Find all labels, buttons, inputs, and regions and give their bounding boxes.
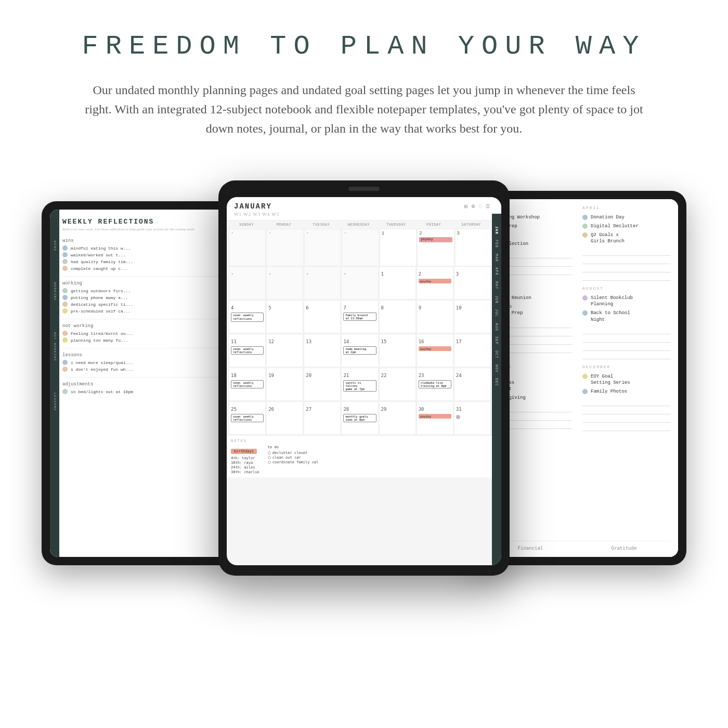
wins-text-1: mindful eating this w... [71, 246, 131, 251]
tab-jul[interactable]: JUL [493, 307, 500, 319]
cal-event-payday-3: payday [419, 414, 451, 419]
wins-text-2: walked/worked out t... [71, 253, 126, 257]
tab-feb[interactable]: FEB [493, 238, 500, 250]
adjustments-dot-1 [62, 389, 68, 394]
tablets-area: WINS WORKING NOT WORKING LESSONS WEEKLY … [42, 170, 686, 586]
april-dot-3 [582, 232, 588, 238]
tablet-camera [348, 187, 380, 191]
day-header-mon: MONDAY [265, 223, 303, 227]
calendar-week-nums: W1 W2 W3 W4 W5 [234, 212, 490, 217]
birthday-2: 10th: raya [231, 461, 259, 465]
table-row: 23 clubmake livetraining at 8pm [417, 368, 453, 401]
table-row: 16 payday [417, 334, 453, 367]
cal-grid-rows: • • • • 1 [229, 229, 492, 266]
cal-more-icon[interactable]: ☰ [486, 204, 490, 209]
todo-3: coordinate family cal [268, 460, 319, 464]
day-header-sun: SUNDAY [228, 223, 265, 227]
cal-event-payday: payday [419, 237, 452, 242]
cal-event-team-meeting: team meetingat 2pm [343, 346, 376, 355]
bottom-labels: Financial Gratitude [484, 541, 671, 551]
wr-lessons-section: lessons i need more sleep/qual... i don'… [62, 353, 218, 372]
page-wrapper: FREEDOM TO PLAN YOUR WAY Our undated mon… [0, 0, 728, 607]
tab-aug[interactable]: AUG [493, 321, 500, 333]
wr-working-section: working getting outdoors firs... putting… [62, 281, 218, 314]
tab-sep[interactable]: SEP [493, 334, 500, 347]
working-text-2: putting phone away a... [71, 295, 128, 300]
wr-adjustments-label: adjustments [62, 382, 218, 387]
tab-dec[interactable]: DEC [493, 376, 500, 388]
todo-1: declutter closet [268, 451, 319, 455]
april-dot-1 [582, 215, 588, 220]
lessons-dot-2 [62, 367, 68, 372]
mg-grid: MARCH Painting Workshop Meal-Prep [484, 205, 671, 432]
list-item: Digital Declutter [582, 223, 671, 229]
cal-grid-icon[interactable]: ⊞ [464, 204, 468, 209]
table-row: 26 [266, 401, 303, 435]
todo-text-2: clean out car [272, 456, 301, 460]
mg-line [582, 414, 671, 423]
table-row: 22 [379, 368, 416, 401]
lessons-text-1: i need more sleep/qual... [71, 360, 133, 365]
notworking-dot-1 [62, 331, 68, 336]
tablet-left-inner: WINS WORKING NOT WORKING LESSONS WEEKLY … [50, 210, 226, 557]
tab-mar[interactable]: MAR [493, 252, 500, 264]
table-row: 21 saints vs falconsgame at 7pm [341, 368, 378, 401]
table-row: 17 [454, 334, 491, 367]
cal-event-zoom-2: zoom: weeklyreflections [231, 346, 264, 355]
tab-oct[interactable]: OCT [493, 348, 500, 361]
day-header-fri: FRIDAY [415, 223, 452, 227]
tab-may[interactable]: MAY [493, 279, 500, 292]
notes-label: NOTES [231, 439, 490, 443]
day-header-thu: THURSDAY [378, 223, 415, 227]
birthday-4: 30th: charlie [231, 470, 259, 474]
wr-wins-section: wins mindful eating this w... walked/wor… [62, 238, 218, 271]
working-dot-3 [62, 302, 68, 307]
table-row: 3 [455, 229, 492, 266]
calendar-notes: NOTES birthdays 4th: taylor 10th: raya 2… [227, 435, 501, 477]
table-row: 2 payday [417, 266, 453, 300]
april-item-1: Donation Day [591, 214, 625, 220]
sidebar-working-label: WORKING [53, 282, 57, 301]
december-column: DECEMBER EOY GoalSetting Series Family P… [582, 365, 671, 431]
table-row: 14 team meetingat 2pm [341, 334, 378, 367]
list-item: Family Photos [582, 388, 671, 395]
tab-jun[interactable]: JUN [493, 293, 500, 306]
working-text-4: pre-scheduled self ca... [71, 309, 131, 314]
tab-nov[interactable]: NOV [493, 362, 500, 375]
table-row: • [266, 266, 303, 300]
cal-event-zoom-3: zoom: weeklyreflections [231, 380, 264, 388]
table-row: 25 zoom: weeklyreflections [229, 401, 266, 435]
table-row: 12 [266, 334, 303, 367]
sidebar-lessons-label: LESSONS [53, 393, 57, 411]
tab-apr[interactable]: APR [493, 265, 500, 278]
december-label: DECEMBER [582, 365, 671, 369]
august-column: AUGUST Silent BookclubPlanning Back to S… [582, 286, 671, 359]
table-row: 2 payday [417, 229, 454, 266]
birthdays-column: birthdays 4th: taylor 10th: raya 24th: m… [231, 445, 259, 474]
tablet-center-inner: JAN FEB MAR APR MAY JUN JUL AUG SEP OCT … [227, 197, 501, 565]
december-dot-1 [582, 374, 588, 379]
list-item: putting phone away a... [62, 295, 218, 300]
list-item: i need more sleep/qual... [62, 360, 218, 365]
wins-dot-3 [62, 259, 68, 264]
table-row: • [341, 266, 378, 300]
table-row: • [304, 229, 341, 266]
table-row: 27 [304, 401, 341, 435]
tab-jan[interactable]: JAN [493, 224, 500, 237]
table-row: 3 [454, 266, 491, 300]
sidebar-notworking-label: NOT WORKING [53, 332, 57, 361]
cal-event-zoom-4: zoom: weeklyreflections [231, 414, 264, 422]
wr-sidebar-labels: WINS WORKING NOT WORKING LESSONS [50, 210, 59, 557]
april-dot-2 [582, 224, 588, 229]
list-item: had quality family tim... [62, 259, 218, 264]
december-item-2: Family Photos [591, 388, 627, 395]
wr-lessons-label: lessons [62, 353, 218, 358]
wins-dot-1 [62, 245, 68, 251]
cal-heart-icon[interactable]: ♡ [478, 204, 483, 209]
table-row: 20 [304, 368, 341, 401]
list-item: walked/worked out t... [62, 252, 218, 257]
todo-text-3: coordinate family cal [272, 460, 319, 464]
mg-line [582, 351, 671, 359]
cal-settings-icon[interactable]: ⚙ [471, 204, 475, 209]
mg-line [582, 256, 671, 264]
